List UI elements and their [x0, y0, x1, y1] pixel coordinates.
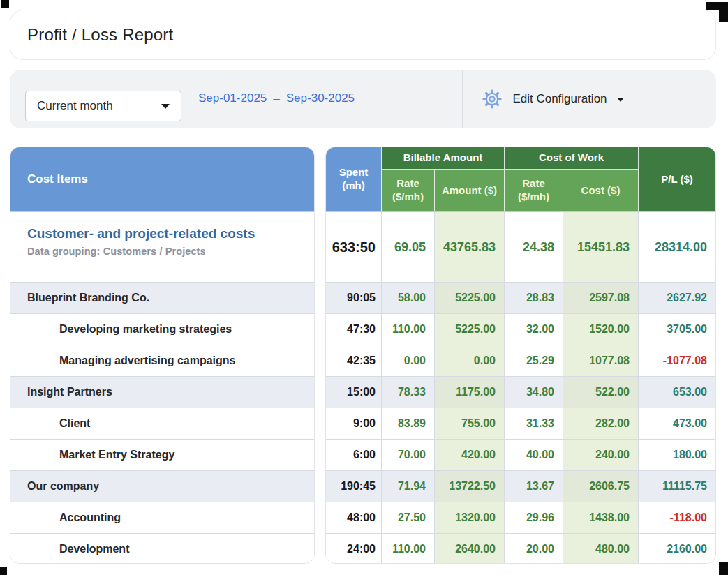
- figures-data-row: 48:00 27.50 1320.00 29.96 1438.00 -118.0…: [326, 502, 715, 533]
- spent-cell: 9:00: [326, 408, 382, 439]
- cost-item-label: Accounting: [59, 511, 121, 524]
- column-header-pl: P/L ($): [639, 147, 715, 211]
- corner-artifact-bottom-left: [0, 567, 7, 575]
- billable-amount-cell: 1175.00: [435, 377, 505, 408]
- cost-items-header: Cost Items: [10, 147, 314, 212]
- pl-cell: 2160.00: [639, 534, 715, 564]
- cost-item-row: Development: [10, 533, 314, 564]
- billable-amount-cell: 5225.00: [435, 283, 505, 313]
- cost-item-label: Development: [59, 543, 129, 555]
- column-header-billable-rate: Rate ($/mh): [382, 170, 435, 211]
- cost-cell: 1077.08: [563, 345, 639, 376]
- cost-item-label: Developing marketing strategies: [59, 323, 232, 336]
- cost-items-rows: Blueprint Branding Co. Developing market…: [10, 282, 314, 564]
- figures-header-row: Spent (mh) Billable Amount Cost of Work …: [326, 147, 715, 212]
- summary-spent-cell: 633:50: [326, 212, 382, 282]
- billable-rate-cell: 71.94: [382, 471, 435, 502]
- spent-cell: 48:00: [326, 502, 382, 533]
- figures-data-row: 9:00 83.89 755.00 31.33 282.00 473.00: [326, 408, 715, 439]
- billable-amount-cell: 420.00: [435, 440, 505, 470]
- billable-rate-cell: 110.00: [382, 314, 435, 345]
- date-to-link[interactable]: Sep-30-2025: [286, 91, 355, 107]
- figures-data-row: 6:00 70.00 420.00 40.00 240.00 180.00: [326, 439, 715, 470]
- spent-cell: 90:05: [326, 283, 382, 313]
- billable-rate-cell: 78.33: [382, 377, 435, 408]
- cost-item-row: Client: [10, 408, 314, 439]
- date-from-link[interactable]: Sep-01-2025: [198, 91, 267, 107]
- figures-data-row: 47:30 110.00 5225.00 32.00 1520.00 3705.…: [326, 313, 715, 345]
- pl-cell: 3705.00: [639, 314, 715, 345]
- column-group-billable-amount: Billable Amount: [382, 147, 505, 170]
- cost-cell: 1520.00: [563, 314, 639, 345]
- cost-cell: 2597.08: [563, 283, 639, 313]
- pl-cell: 180.00: [639, 440, 715, 470]
- figures-data-row: 15:00 78.33 1175.00 34.80 522.00 653.00: [326, 376, 715, 408]
- edit-configuration-button[interactable]: Edit Configuration: [462, 70, 644, 128]
- summary-billable-rate-cell: 69.05: [382, 212, 435, 282]
- edit-configuration-caret-icon: [617, 98, 624, 102]
- cost-cell: 282.00: [563, 408, 639, 439]
- figures-data-row: 190:45 71.94 13722.50 13.67 2606.75 1111…: [326, 470, 715, 502]
- summary-cost-cell: 15451.83: [563, 212, 639, 282]
- report-figures-panel: Spent (mh) Billable Amount Cost of Work …: [325, 147, 716, 564]
- billable-amount-cell: 0.00: [435, 345, 505, 376]
- cost-rate-cell: 40.00: [505, 440, 563, 470]
- billable-amount-cell: 5225.00: [435, 314, 505, 345]
- corner-artifact-top-right-stub: [719, 2, 728, 22]
- cost-rate-cell: 32.00: [505, 314, 563, 345]
- column-header-spent: Spent (mh): [326, 147, 382, 211]
- billable-amount-cell: 755.00: [435, 408, 505, 439]
- column-header-cost: Cost ($): [563, 170, 639, 211]
- billable-amount-cell: 13722.50: [435, 471, 505, 502]
- figures-data-row: 90:05 58.00 5225.00 28.83 2597.08 2627.9…: [326, 282, 715, 313]
- figures-data-row: 24:00 110.00 2640.00 20.00 480.00 2160.0…: [326, 533, 715, 564]
- cost-cell: 240.00: [563, 440, 639, 470]
- cost-item-row: Accounting: [10, 502, 314, 533]
- spent-cell: 190:45: [326, 471, 382, 502]
- cost-rate-cell: 29.96: [505, 502, 563, 533]
- billable-rate-cell: 0.00: [382, 345, 435, 376]
- billable-rate-cell: 58.00: [382, 283, 435, 313]
- cost-items-panel: Cost Items Customer- and project-related…: [10, 147, 315, 564]
- cost-item-label: Client: [59, 417, 90, 430]
- toolbar-divider-right: [644, 70, 644, 128]
- cost-rate-cell: 20.00: [505, 534, 563, 564]
- billable-amount-cell: 2640.00: [435, 534, 505, 564]
- billable-rate-cell: 83.89: [382, 408, 435, 439]
- cost-rate-cell: 28.83: [505, 283, 563, 313]
- cost-item-row: Insight Partners: [10, 376, 314, 408]
- billable-rate-cell: 110.00: [382, 534, 435, 564]
- pl-cell: 653.00: [639, 377, 715, 408]
- spent-cell: 24:00: [326, 534, 382, 564]
- cost-cell: 1438.00: [563, 502, 639, 533]
- pl-cell: -1077.08: [639, 345, 715, 376]
- pl-cell: -118.00: [639, 502, 715, 533]
- spent-cell: 6:00: [326, 440, 382, 470]
- summary-data-grouping: Data grouping: Customers / Projects: [27, 246, 302, 257]
- spent-cell: 15:00: [326, 377, 382, 408]
- figures-rows: 90:05 58.00 5225.00 28.83 2597.08 2627.9…: [326, 282, 715, 564]
- billable-amount-cell: 1320.00: [435, 502, 505, 533]
- corner-artifact-top-left: [1, 0, 9, 8]
- report-title-card: Profit / Loss Report: [10, 10, 716, 60]
- pl-cell: 2627.92: [639, 283, 715, 313]
- column-group-cost-of-work: Cost of Work: [505, 147, 639, 170]
- cost-rate-cell: 25.29: [505, 345, 563, 376]
- pl-cell: 473.00: [639, 408, 715, 439]
- cost-item-label: Market Entry Strategy: [59, 449, 174, 461]
- period-select[interactable]: Current month: [25, 91, 181, 121]
- column-header-cost-rate: Rate ($/mh): [505, 170, 563, 211]
- cost-item-row: Our company: [10, 470, 314, 502]
- date-range: Sep-01-2025 – Sep-30-2025: [198, 70, 355, 128]
- page-title: Profit / Loss Report: [27, 25, 173, 45]
- billable-rate-cell: 27.50: [382, 502, 435, 533]
- gear-icon: [482, 89, 503, 110]
- spent-cell: 42:35: [326, 345, 382, 376]
- summary-pl-cell: 28314.00: [639, 212, 715, 282]
- cost-item-label: Managing advertising campaigns: [59, 354, 236, 367]
- cost-rate-cell: 13.67: [505, 471, 563, 502]
- figures-data-row: 42:35 0.00 0.00 25.29 1077.08 -1077.08: [326, 345, 715, 376]
- cost-item-label: Our company: [27, 480, 99, 493]
- cost-item-row: Managing advertising campaigns: [10, 345, 314, 376]
- spent-cell: 47:30: [326, 314, 382, 345]
